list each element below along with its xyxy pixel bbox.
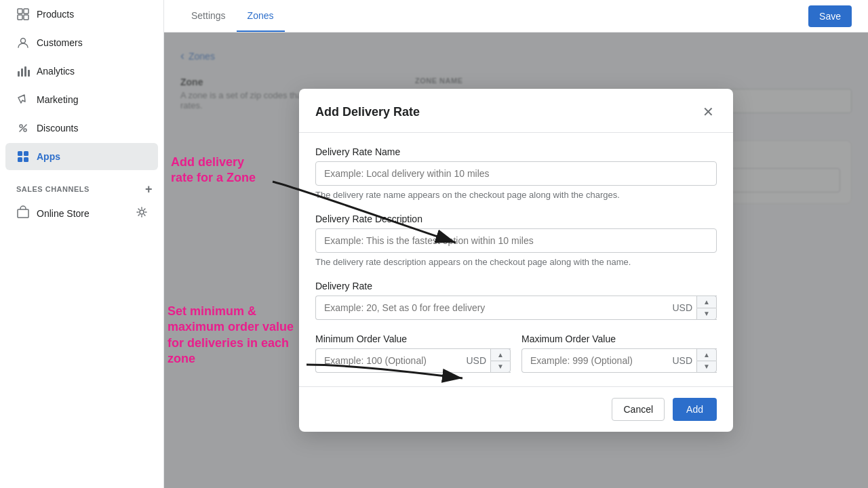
delivery-rate-group: Delivery Rate USD ▲ ▼ <box>315 281 717 320</box>
sidebar-item-analytics[interactable]: Analytics <box>5 58 158 85</box>
delivery-rate-description-group: Delivery Rate Description The delivery r… <box>315 214 717 267</box>
tab-bar: Settings Zones <box>180 0 285 32</box>
page-body: Zones Zone A zone is a set of zip codes … <box>164 33 868 488</box>
online-store-label: Online Store <box>37 208 90 219</box>
sidebar-item-label: Analytics <box>37 66 75 77</box>
delivery-rate-increment[interactable]: ▲ <box>696 296 717 308</box>
min-order-spinner: ▲ ▼ <box>490 348 511 373</box>
max-order-value-group: Maximum Order Value USD ▲ ▼ <box>521 333 717 373</box>
apps-icon <box>16 150 30 163</box>
sidebar-item-apps[interactable]: Apps <box>5 143 158 170</box>
products-icon <box>16 7 30 21</box>
marketing-icon <box>16 93 30 106</box>
modal-overlay: Add Delivery Rate ✕ Delivery Rate Name T… <box>164 33 868 488</box>
sidebar-item-online-store[interactable]: Online Store <box>5 199 158 228</box>
delivery-rate-input-wrap: USD ▲ ▼ <box>315 296 717 320</box>
sales-channels-header: SALES CHANNELS + <box>0 176 163 198</box>
max-order-input-wrap: USD ▲ ▼ <box>521 348 717 373</box>
svg-rect-0 <box>18 9 22 14</box>
svg-rect-13 <box>18 157 22 162</box>
svg-rect-2 <box>18 15 22 20</box>
min-order-input-wrap: USD ▲ ▼ <box>315 348 511 373</box>
svg-rect-1 <box>24 9 28 14</box>
add-delivery-rate-modal: Add Delivery Rate ✕ Delivery Rate Name T… <box>299 89 733 432</box>
delivery-rate-description-hint: The delivery rate description appears on… <box>315 257 717 267</box>
delivery-rate-description-label: Delivery Rate Description <box>315 214 717 224</box>
svg-rect-8 <box>28 70 30 77</box>
delivery-rate-name-input[interactable] <box>315 161 717 186</box>
svg-rect-12 <box>24 151 28 156</box>
modal-close-button[interactable]: ✕ <box>700 102 717 121</box>
sidebar-item-label: Products <box>37 9 74 20</box>
main-content: Settings Zones Save Zones Zone A zone is… <box>164 0 868 488</box>
svg-point-9 <box>20 125 22 127</box>
max-order-decrement[interactable]: ▼ <box>696 361 717 373</box>
analytics-icon <box>16 64 30 78</box>
tab-settings[interactable]: Settings <box>180 0 237 32</box>
svg-rect-15 <box>18 209 28 218</box>
delivery-rate-decrement[interactable]: ▼ <box>696 308 717 321</box>
min-order-increment[interactable]: ▲ <box>490 348 511 361</box>
sidebar-item-label: Apps <box>37 151 60 162</box>
delivery-rate-label: Delivery Rate <box>315 281 717 291</box>
modal-body: Delivery Rate Name The delivery rate nam… <box>299 133 733 386</box>
max-order-value-input[interactable] <box>521 348 717 373</box>
top-bar: Settings Zones Save <box>164 0 868 33</box>
save-button[interactable]: Save <box>808 5 852 27</box>
sidebar-item-discounts[interactable]: Discounts <box>5 115 158 142</box>
sidebar-item-products[interactable]: Products <box>5 1 158 28</box>
min-order-decrement[interactable]: ▼ <box>490 361 511 373</box>
store-icon <box>16 205 30 221</box>
add-sales-channel-button[interactable]: + <box>145 183 153 195</box>
order-value-row: Minimum Order Value USD ▲ ▼ <box>315 333 717 373</box>
sidebar-item-marketing[interactable]: Marketing <box>5 86 158 113</box>
max-order-spinner: ▲ ▼ <box>696 348 717 373</box>
svg-rect-14 <box>24 157 28 162</box>
svg-rect-6 <box>21 68 23 77</box>
sidebar-item-label: Customers <box>37 37 83 48</box>
modal-title: Add Delivery Rate <box>315 105 420 119</box>
svg-rect-7 <box>24 66 26 77</box>
add-button[interactable]: Add <box>673 398 717 421</box>
svg-rect-3 <box>24 15 28 20</box>
delivery-rate-name-group: Delivery Rate Name The delivery rate nam… <box>315 146 717 200</box>
svg-point-4 <box>21 39 26 43</box>
delivery-rate-name-hint: The delivery rate name appears on the ch… <box>315 190 717 200</box>
delivery-rate-spinner: ▲ ▼ <box>696 296 717 320</box>
settings-icon[interactable] <box>136 207 147 220</box>
modal-header: Add Delivery Rate ✕ <box>299 89 733 133</box>
sidebar-item-label: Discounts <box>37 123 78 134</box>
delivery-rate-description-input[interactable] <box>315 228 717 253</box>
sales-channels-label: SALES CHANNELS <box>16 185 90 193</box>
min-order-value-group: Minimum Order Value USD ▲ ▼ <box>315 333 511 373</box>
min-order-value-label: Minimum Order Value <box>315 333 511 344</box>
max-order-increment[interactable]: ▲ <box>696 348 717 361</box>
svg-point-10 <box>24 129 26 131</box>
svg-point-16 <box>140 210 144 214</box>
delivery-rate-input[interactable] <box>315 296 717 320</box>
sidebar-item-label: Marketing <box>37 94 78 105</box>
customers-icon <box>16 36 30 49</box>
svg-rect-5 <box>18 71 20 77</box>
max-order-value-label: Maximum Order Value <box>521 333 717 344</box>
discounts-icon <box>16 121 30 135</box>
sidebar-item-customers[interactable]: Customers <box>5 29 158 56</box>
delivery-rate-name-label: Delivery Rate Name <box>315 146 717 157</box>
svg-rect-11 <box>18 151 22 156</box>
cancel-button[interactable]: Cancel <box>612 398 665 421</box>
sidebar: Products Customers Analytics Market <box>0 0 164 488</box>
modal-footer: Cancel Add <box>299 386 733 432</box>
min-order-value-input[interactable] <box>315 348 511 373</box>
tab-zones[interactable]: Zones <box>237 0 285 32</box>
